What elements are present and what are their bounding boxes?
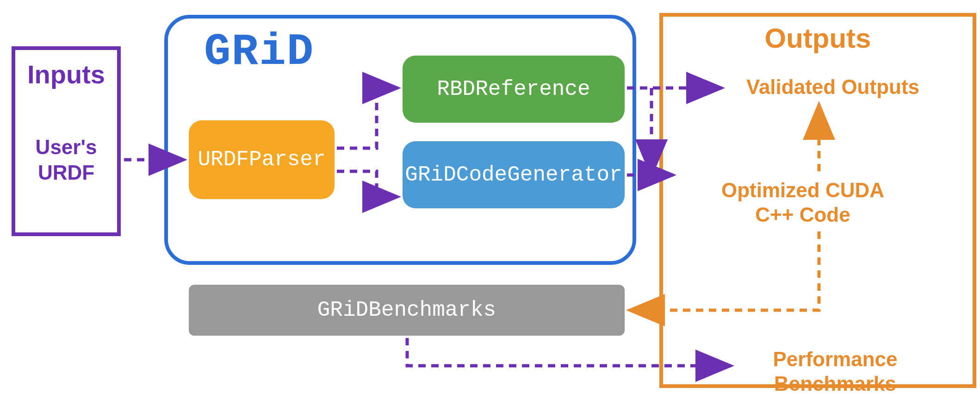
node-code-generator: GRiDCodeGenerator: [403, 141, 625, 208]
inputs-user-urdf: User'sURDF: [36, 134, 97, 185]
node-benchmarks: GRiDBenchmarks: [189, 285, 625, 336]
outputs-title: Outputs: [663, 22, 973, 54]
output-cuda: Optimized CUDAC++ Code: [678, 178, 928, 227]
output-benchmarks: PerformanceBenchmarks: [738, 347, 932, 394]
grid-title: GRiD: [204, 27, 314, 77]
node-urdf-parser: URDFParser: [189, 120, 335, 199]
inputs-title: Inputs: [15, 59, 117, 89]
output-validated: Validated Outputs: [729, 75, 937, 100]
node-rbd-reference: RBDReference: [403, 56, 625, 123]
inputs-box: Inputs User'sURDF: [12, 46, 121, 236]
